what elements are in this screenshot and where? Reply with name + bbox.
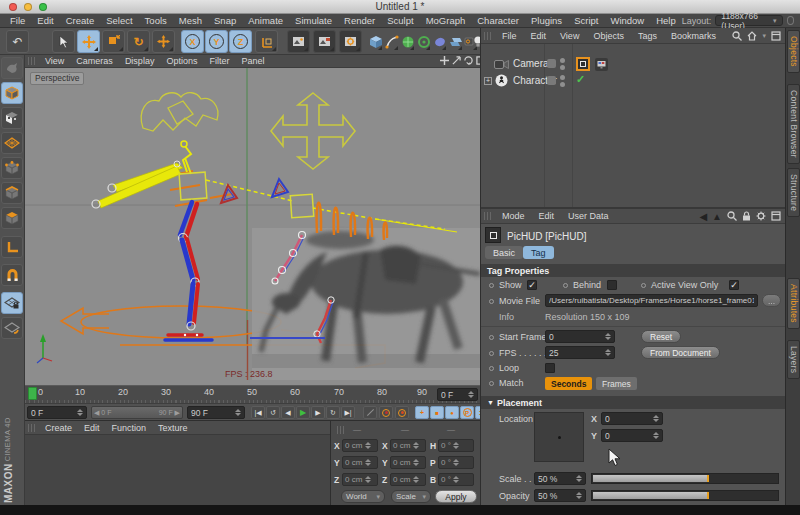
range-right-arrow-icon[interactable]: ▶ [173,409,180,416]
add-subdivision-surface-button[interactable] [400,32,415,51]
menu-render[interactable]: Render [338,15,381,26]
om-menu-view[interactable]: View [553,31,586,41]
lock-icon[interactable] [742,211,751,221]
home-icon[interactable] [747,31,757,41]
coord-pos-z-field[interactable]: 0 cm [342,473,378,486]
tab-basic[interactable]: Basic [485,246,523,259]
gear-icon[interactable] [756,211,766,221]
editor-visibility-dot[interactable] [560,58,565,63]
live-selection-tool[interactable] [52,30,75,53]
viewport-menu-options[interactable]: Options [160,56,203,66]
play-backwards-button[interactable]: ↺ [266,406,280,419]
snap-button[interactable] [1,264,23,286]
playhead[interactable] [28,387,37,400]
menu-simulate[interactable]: Simulate [289,15,338,26]
render-to-picture-viewer-button[interactable] [313,30,336,53]
viewport-menu-panel[interactable]: Panel [235,56,270,66]
collapse-arrow-icon[interactable]: ▼ [487,399,494,406]
preview-range-slider[interactable]: ◀ 0 F 90 F ▶ [91,406,183,419]
add-generator-button[interactable] [416,32,431,51]
viewport-menu-filter[interactable]: Filter [203,56,235,66]
coord-pos-y-field[interactable]: 0 cm [342,456,378,469]
viewport-scene[interactable]: FPS : 236.8 [25,68,480,385]
add-spline-button[interactable] [384,32,399,51]
layout-search-icon[interactable] [787,16,795,25]
chevron-down-icon[interactable]: ▾ [762,32,766,40]
coord-size-y-field[interactable]: 0 cm [390,456,426,469]
menu-snap[interactable]: Snap [208,15,242,26]
titlebar[interactable]: Untitled 1 * [0,0,800,14]
viewport-menu-view[interactable]: View [39,56,70,66]
from-document-button[interactable]: From Document [641,346,720,359]
lock-y-axis-button[interactable]: Y [205,30,228,53]
record-rotation-toggle[interactable]: ● [445,406,459,419]
am-menu-edit[interactable]: Edit [532,211,562,221]
coord-rot-b-field[interactable]: 0 ° [438,473,474,486]
expand-icon[interactable]: + [484,77,492,85]
om-menu-bookmarks[interactable]: Bookmarks [664,31,723,41]
timeline-ruler[interactable]: 0 10 20 30 40 50 60 70 80 90 0 F [25,385,480,403]
loop-button[interactable]: ↻ [326,406,340,419]
locked-workplane-button[interactable] [1,292,23,314]
record-key-button[interactable] [363,406,377,419]
section-placement[interactable]: ▼Placement [481,396,786,409]
location-pad[interactable] [534,412,584,462]
layer-chip-icon[interactable] [547,59,556,68]
layout-dropdown[interactable]: 1188x766 (User)▾ [715,15,782,26]
goto-end-button[interactable]: ▶| [341,406,355,419]
material-menu-edit[interactable]: Edit [78,423,106,433]
show-checkbox[interactable]: ✓ [527,280,537,290]
object-row-camera[interactable]: Camera [481,56,786,72]
coords-header-rotation[interactable]: — [447,425,455,434]
pan-view-icon[interactable] [440,56,449,65]
slider-handle[interactable] [707,475,709,482]
menu-create[interactable]: Create [60,15,101,26]
add-environment-button[interactable] [448,32,463,51]
panel-grip-icon[interactable] [28,57,36,65]
fps-field[interactable]: 25 [545,346,615,359]
menu-mesh[interactable]: Mesh [173,15,208,26]
rotate-view-icon[interactable] [464,56,473,65]
om-menu-file[interactable]: File [495,31,524,41]
panel-grip-icon[interactable] [484,32,492,40]
viewport-menu-display[interactable]: Display [119,56,161,66]
menu-edit[interactable]: Edit [31,15,59,26]
om-menu-objects[interactable]: Objects [586,31,631,41]
editor-visibility-dot[interactable] [560,75,565,80]
viewport-camera-label[interactable]: Perspective [30,72,84,85]
location-x-field[interactable]: 0 [601,412,663,425]
rotate-tool[interactable]: ↻ [127,30,150,53]
start-frame-field[interactable]: 0 [545,330,615,343]
edges-mode-button[interactable] [1,182,23,204]
coord-mode-dropdown[interactable]: Scale▾ [391,490,431,503]
record-scale-toggle[interactable]: ■ [430,406,444,419]
panel-menu-icon[interactable] [771,31,781,41]
am-menu-mode[interactable]: Mode [495,211,532,221]
render-view-button[interactable] [287,30,310,53]
next-frame-button[interactable]: ▶ [311,406,325,419]
coordinate-system-button[interactable] [255,30,278,53]
scale-slider[interactable] [591,473,779,484]
stepper-icon[interactable] [575,473,582,484]
last-used-tool[interactable] [152,30,175,53]
opacity-slider[interactable] [591,490,779,501]
coords-header-position[interactable]: — [353,425,361,434]
tab-content-browser[interactable]: Content Browser [787,84,800,164]
points-mode-button[interactable] [1,157,23,179]
lock-z-axis-button[interactable]: Z [229,30,252,53]
goto-start-button[interactable]: |◀ [251,406,265,419]
layer-chip-icon[interactable] [547,76,556,85]
stepper-icon[interactable] [76,407,83,418]
history-back-icon[interactable]: ◀ [699,211,707,222]
menu-help[interactable]: Help [650,15,682,26]
object-tree[interactable]: Camera + Character ✓ [481,44,786,207]
menu-script[interactable]: Script [568,15,604,26]
enabled-check-icon[interactable]: ✓ [576,73,585,86]
panel-menu-icon[interactable] [771,211,781,221]
coord-size-x-field[interactable]: 0 cm [390,439,426,452]
search-icon[interactable] [727,211,737,221]
render-settings-button[interactable] [339,30,362,53]
make-editable-button[interactable] [1,57,23,79]
history-forward-icon[interactable]: ▲ [712,211,722,222]
coord-rot-h-field[interactable]: 0 ° [438,439,474,452]
